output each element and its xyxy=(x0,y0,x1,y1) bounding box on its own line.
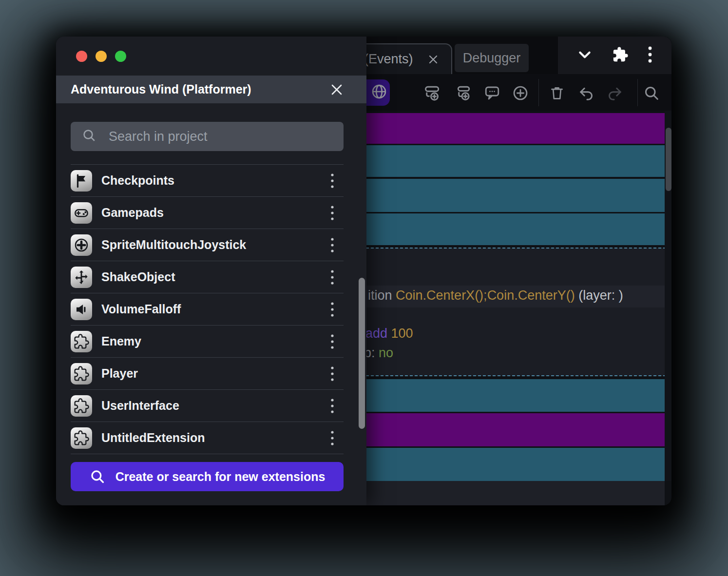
create-extension-label: Create or search for new extensions xyxy=(115,470,326,484)
joystick-icon xyxy=(71,234,92,256)
close-tab-icon[interactable] xyxy=(427,53,440,66)
events-scrollbar[interactable] xyxy=(666,128,671,191)
search-icon xyxy=(89,468,106,485)
chevron-down-icon[interactable] xyxy=(577,47,593,64)
event-code-line: ition Coin.CenterX();Coin.CenterY() (lay… xyxy=(368,287,623,304)
kebab-menu-icon[interactable] xyxy=(324,235,341,255)
extensions-list: Checkpoints Gamepads SpriteMultitouchJoy… xyxy=(71,164,344,454)
code-fragment: ; xyxy=(483,288,487,303)
add-subevent-button[interactable] xyxy=(454,84,472,102)
add-circle-button[interactable] xyxy=(512,84,529,102)
toolbar-divider xyxy=(637,79,638,106)
project-search xyxy=(71,122,344,151)
add-comment-button[interactable] xyxy=(483,84,501,102)
code-fragment: (layer: ) xyxy=(575,288,623,303)
list-item[interactable]: Enemy xyxy=(71,326,344,358)
zoom-window-button[interactable] xyxy=(115,51,126,62)
list-item[interactable]: Checkpoints xyxy=(71,165,344,197)
extension-label: VolumeFalloff xyxy=(101,302,324,316)
code-fragment: no xyxy=(379,346,393,360)
kebab-menu-icon[interactable] xyxy=(324,332,341,351)
extension-label: Enemy xyxy=(101,334,324,348)
extension-label: SpriteMultitouchJoystick xyxy=(101,238,324,252)
close-panel-icon[interactable] xyxy=(329,82,344,97)
redo-button[interactable] xyxy=(606,84,624,102)
close-window-button[interactable] xyxy=(76,51,87,62)
speaker-icon xyxy=(71,299,92,320)
tab-debugger-label: Debugger xyxy=(463,51,521,66)
panel-title: Adventurous Wind (Platformer) xyxy=(71,82,329,96)
extension-label: Player xyxy=(101,366,324,381)
move-arrows-icon xyxy=(71,267,92,288)
kebab-menu-icon[interactable] xyxy=(648,45,652,66)
kebab-menu-icon[interactable] xyxy=(324,428,341,448)
event-code-line: p: no xyxy=(364,344,393,362)
list-item[interactable]: UntitledExtension xyxy=(71,422,344,454)
search-events-button[interactable] xyxy=(643,84,660,102)
gdevelop-window: (Events) Debugger xyxy=(56,37,671,505)
project-manager-panel: Adventurous Wind (Platformer) Checkpoint… xyxy=(56,37,366,505)
kebab-menu-icon[interactable] xyxy=(324,203,341,223)
flag-icon xyxy=(71,170,92,192)
minimize-window-button[interactable] xyxy=(96,51,107,62)
extension-label: UntitledExtension xyxy=(101,431,324,445)
create-extension-button[interactable]: Create or search for new extensions xyxy=(71,462,344,491)
puzzle-icon xyxy=(71,363,92,384)
extension-label: Checkpoints xyxy=(101,173,324,188)
extension-label: UserInterface xyxy=(101,399,324,413)
gamepad-icon xyxy=(71,202,92,224)
puzzle-icon xyxy=(71,395,92,417)
kebab-menu-icon[interactable] xyxy=(324,396,341,416)
panel-header: Adventurous Wind (Platformer) xyxy=(56,76,366,103)
search-icon xyxy=(81,128,97,145)
globe-icon xyxy=(370,83,388,102)
list-item[interactable]: ShakeObject xyxy=(71,261,344,293)
kebab-menu-icon[interactable] xyxy=(324,268,341,287)
list-item[interactable]: UserInterface xyxy=(71,390,344,422)
code-fragment: ition xyxy=(368,288,396,303)
code-fragment: add xyxy=(365,326,391,341)
extension-label: Gamepads xyxy=(101,206,324,220)
list-item[interactable]: VolumeFalloff xyxy=(71,293,344,326)
code-fragment: 100 xyxy=(391,326,413,341)
tab-events-label: (Events) xyxy=(364,52,413,67)
list-item[interactable]: Player xyxy=(71,358,344,390)
code-fragment: Coin.CenterX() xyxy=(396,288,483,303)
list-item[interactable]: SpriteMultitouchJoystick xyxy=(71,229,344,261)
delete-button[interactable] xyxy=(548,84,566,102)
add-event-button[interactable] xyxy=(423,84,441,102)
search-input[interactable] xyxy=(109,129,333,144)
kebab-menu-icon[interactable] xyxy=(324,364,341,384)
undo-button[interactable] xyxy=(577,84,595,102)
extensions-puzzle-icon[interactable] xyxy=(612,46,629,65)
tab-debugger[interactable]: Debugger xyxy=(455,44,529,72)
kebab-menu-icon[interactable] xyxy=(324,300,341,319)
puzzle-icon xyxy=(71,427,92,449)
tabbar-controls xyxy=(558,37,671,74)
code-fragment: Coin.CenterY() xyxy=(487,288,575,303)
extension-label: ShakeObject xyxy=(101,270,324,284)
toolbar-divider xyxy=(538,79,539,106)
list-item[interactable]: Gamepads xyxy=(71,197,344,229)
event-code-line: add 100 xyxy=(365,325,413,342)
panel-scrollbar[interactable] xyxy=(359,278,365,429)
puzzle-icon xyxy=(71,331,92,352)
kebab-menu-icon[interactable] xyxy=(324,171,341,191)
window-titlebar xyxy=(56,37,366,76)
